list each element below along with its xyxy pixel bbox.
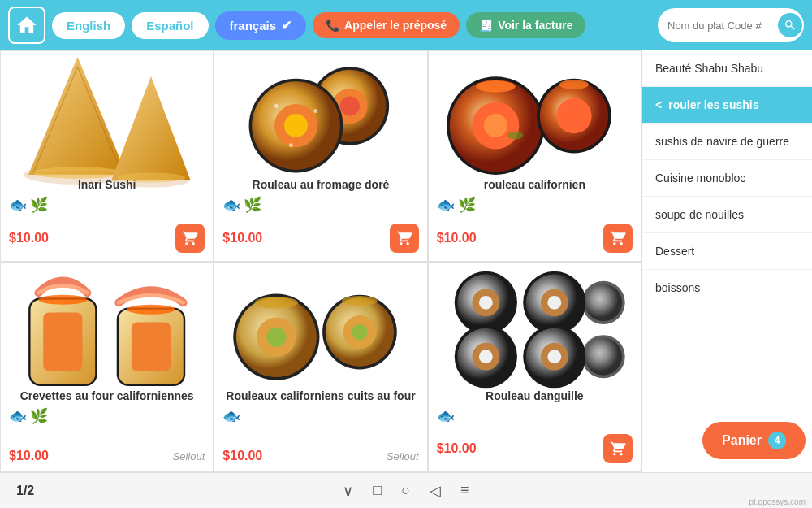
main-content: Inari Sushi 🐟🌿 $10.00 xyxy=(0,50,812,472)
product-price: $10.00 xyxy=(9,449,49,463)
svg-point-12 xyxy=(340,97,360,116)
product-tags: 🐟🌿 xyxy=(9,196,205,214)
svg-point-67 xyxy=(585,338,622,376)
sidebar-item-label: boissons xyxy=(655,281,700,294)
fish-tag-icon: 🐟 xyxy=(437,407,455,425)
svg-point-46 xyxy=(255,297,298,308)
fish-tag-icon: 🐟 xyxy=(437,196,455,214)
fish-tag-icon: 🐟 xyxy=(9,196,27,214)
sidebar-item-label: rouler les sushis xyxy=(668,98,758,111)
panier-button[interactable]: Panier 4 xyxy=(702,422,806,459)
svg-point-26 xyxy=(556,98,591,133)
svg-point-55 xyxy=(547,296,561,310)
svg-point-57 xyxy=(585,284,622,321)
product-tags: 🐟🌿 xyxy=(437,196,633,214)
language-francais-button[interactable]: français ✔ xyxy=(215,11,307,40)
nav-menu-button[interactable]: ≡ xyxy=(460,482,469,499)
add-to-cart-button[interactable] xyxy=(603,434,633,463)
product-grid: Inari Sushi 🐟🌿 $10.00 xyxy=(0,50,641,472)
panier-count: 4 xyxy=(768,432,786,449)
search-box xyxy=(658,8,804,42)
svg-rect-32 xyxy=(43,312,82,371)
product-tags: 🐟🌿 xyxy=(9,407,205,425)
svg-marker-2 xyxy=(28,58,127,176)
nav-down-button[interactable]: ∨ xyxy=(343,482,353,500)
home-button[interactable] xyxy=(8,7,45,44)
svg-point-45 xyxy=(352,324,368,340)
sidebar-item-label: Dessert xyxy=(655,245,694,258)
fish-tag-icon: 🐟 xyxy=(222,407,240,425)
svg-point-28 xyxy=(559,80,588,89)
product-image xyxy=(222,59,418,173)
language-espanol-label: Español xyxy=(146,19,193,33)
svg-point-27 xyxy=(476,81,515,93)
svg-point-18 xyxy=(314,110,318,114)
product-price: $10.00 xyxy=(222,231,262,245)
invoice-icon: 🧾 xyxy=(479,19,493,32)
language-english-label: English xyxy=(67,19,110,33)
product-price: $10.00 xyxy=(222,449,262,463)
chevron-icon: < xyxy=(655,98,662,111)
language-english-button[interactable]: English xyxy=(52,12,125,39)
product-footer: $10.00 Sellout xyxy=(222,449,418,463)
product-image xyxy=(222,271,418,384)
svg-point-41 xyxy=(267,328,287,347)
product-tags: 🐟🌿 xyxy=(222,196,418,214)
nav-back-button[interactable]: ◁ xyxy=(430,482,441,500)
header: English Español français ✔ 📞 Appeler le … xyxy=(0,0,812,50)
svg-point-61 xyxy=(479,350,493,363)
product-price: $10.00 xyxy=(437,441,477,456)
sidebar-item-cuisine-monobloc[interactable]: Cuisine monobloc xyxy=(642,160,812,197)
sellout-label: Sellout xyxy=(173,450,205,462)
cart-icon xyxy=(396,230,412,246)
svg-point-47 xyxy=(343,296,378,306)
sidebar-item-beaute-shabu[interactable]: Beauté Shabu Shabu xyxy=(642,50,812,87)
home-icon xyxy=(15,14,38,37)
call-attendant-button[interactable]: 📞 Appeler le préposé xyxy=(313,12,460,38)
language-francais-label: français xyxy=(230,19,277,33)
product-name: rouleau californien xyxy=(437,178,633,191)
sidebar-item-boissons[interactable]: boissons xyxy=(642,270,812,306)
product-name: Inari Sushi xyxy=(9,178,205,191)
cart-icon xyxy=(610,441,626,457)
bottom-navigation: ∨ □ ○ ◁ ≡ xyxy=(343,482,469,500)
product-image xyxy=(437,59,633,173)
search-icon xyxy=(784,19,797,32)
fish-tag-icon: 🐟 xyxy=(9,407,27,425)
product-image xyxy=(9,271,205,384)
svg-point-29 xyxy=(508,132,523,140)
watermark: pt.gpossys.com xyxy=(749,497,806,506)
product-image xyxy=(9,59,205,173)
product-card-rouleau-danguille: Rouleau danguille 🐟 $10.00 xyxy=(428,262,641,473)
sidebar-item-dessert[interactable]: Dessert xyxy=(642,233,812,270)
page-indicator: 1/2 xyxy=(16,484,34,498)
leaf-tag-icon: 🌿 xyxy=(30,196,48,214)
sidebar-item-sushis-navire[interactable]: sushis de navire de guerre xyxy=(642,124,812,160)
leaf-tag-icon: 🌿 xyxy=(30,407,48,425)
sidebar-item-label: Cuisine monobloc xyxy=(655,172,745,185)
product-price: $10.00 xyxy=(9,231,49,245)
product-tags: 🐟 xyxy=(437,407,633,425)
nav-circle-button[interactable]: ○ xyxy=(401,482,410,499)
category-sidebar: Beauté Shabu Shabu<rouler les sushissush… xyxy=(641,50,812,472)
product-name: Rouleaux californiens cuits au four xyxy=(222,389,418,402)
panier-label: Panier xyxy=(722,433,762,448)
product-tags: 🐟 xyxy=(222,407,418,425)
product-footer: $10.00 xyxy=(437,434,633,463)
sidebar-item-soupe-nouilles[interactable]: soupe de nouilles xyxy=(642,197,812,233)
sidebar-item-label: sushis de navire de guerre xyxy=(655,135,789,148)
search-button[interactable] xyxy=(778,13,802,37)
sellout-label: Sellout xyxy=(387,450,419,462)
sidebar-item-rouler-sushis[interactable]: <rouler les sushis xyxy=(642,87,812,124)
check-icon: ✔ xyxy=(281,18,292,33)
view-invoice-button[interactable]: 🧾 Voir la facture xyxy=(466,12,585,38)
product-name: Crevettes au four californiennes xyxy=(9,389,205,402)
bottom-bar: 1/2 ∨ □ ○ ◁ ≡ pt.gpossys.com xyxy=(0,472,812,508)
fish-tag-icon: 🐟 xyxy=(222,196,240,214)
sidebar-item-label: Beauté Shabu Shabu xyxy=(655,62,763,75)
search-input[interactable] xyxy=(667,20,773,32)
svg-point-16 xyxy=(284,115,308,138)
svg-point-23 xyxy=(484,115,508,138)
language-espanol-button[interactable]: Español xyxy=(132,12,208,39)
nav-square-button[interactable]: □ xyxy=(373,482,382,499)
